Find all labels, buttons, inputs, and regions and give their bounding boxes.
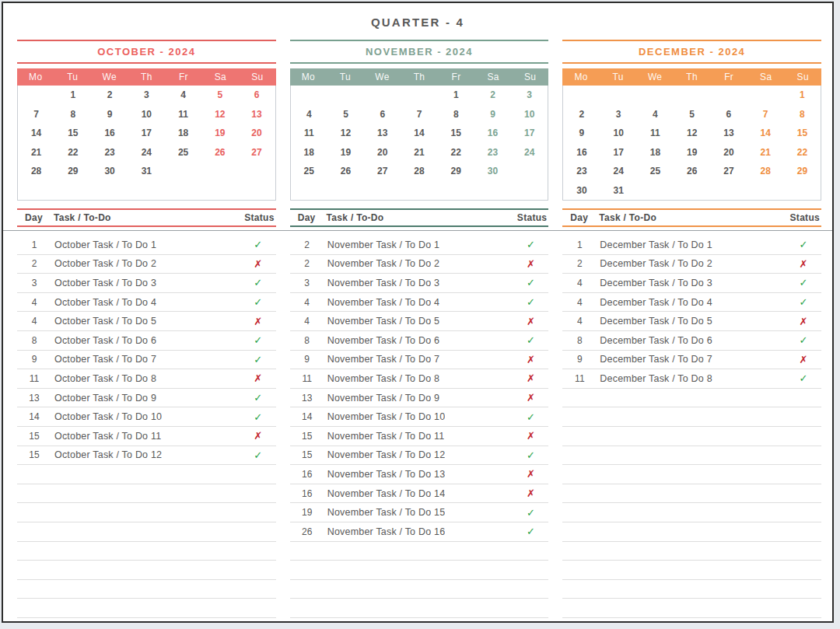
task-row: 15November Task / To Do 11✗ [290, 427, 549, 446]
task-day: 14 [23, 411, 45, 422]
task-day: 8 [296, 335, 318, 346]
date-cell: 18 [165, 124, 201, 143]
check-icon: ✓ [786, 296, 821, 308]
date-cell [165, 162, 201, 181]
date-cell [710, 86, 747, 105]
date-cell: 5 [674, 105, 710, 124]
cross-icon: ✗ [786, 354, 821, 365]
task-day: 13 [296, 393, 318, 404]
task-day: 11 [296, 373, 318, 384]
task-text: December Task / To Do 6 [600, 335, 712, 346]
check-icon: ✓ [240, 277, 276, 288]
month-section-october: OCTOBER - 2024MoTuWeThFrSaSu123456789101… [17, 40, 276, 618]
task-header-status: Status [244, 212, 274, 223]
task-row: 8November Task / To Do 6✓ [290, 331, 549, 351]
weekday-cell: We [636, 68, 674, 86]
date-cell: 2 [474, 86, 511, 105]
date-cell: 22 [54, 143, 91, 162]
task-text: December Task / To Do 7 [600, 354, 712, 365]
task-row-empty [562, 522, 821, 542]
task-row-empty [290, 561, 549, 580]
date-cell: 12 [327, 124, 364, 143]
task-header-status: Status [517, 212, 547, 223]
task-day: 4 [569, 316, 590, 327]
check-icon: ✓ [786, 372, 821, 384]
date-cell: 7 [401, 105, 437, 124]
task-day: 15 [296, 449, 318, 460]
date-cell: 18 [637, 143, 674, 162]
task-day: 11 [569, 373, 590, 384]
date-cell: 31 [600, 181, 637, 201]
date-cell [327, 86, 364, 105]
task-row-empty [290, 599, 549, 618]
date-cell: 21 [18, 143, 54, 162]
cross-icon: ✗ [240, 258, 276, 270]
task-text: October Task / To Do 4 [54, 297, 156, 308]
cross-icon: ✗ [240, 372, 276, 384]
weekday-cell: Fr [165, 68, 202, 86]
date-cell [637, 86, 674, 105]
date-cell: 13 [710, 124, 747, 143]
task-day: 4 [23, 316, 45, 327]
task-day: 2 [296, 258, 318, 269]
check-icon: ✓ [786, 239, 821, 250]
task-row: 1December Task / To Do 1✓ [562, 236, 821, 255]
date-cell: 17 [600, 143, 637, 162]
task-row: 15November Task / To Do 12✓ [290, 446, 549, 466]
task-text: November Task / To Do 16 [327, 526, 446, 537]
date-cell: 11 [165, 105, 201, 124]
date-cell: 12 [674, 124, 710, 143]
task-text: December Task / To Do 5 [600, 316, 712, 327]
date-cell [91, 181, 128, 201]
task-header-day: Day [570, 212, 588, 223]
cross-icon: ✗ [513, 372, 548, 384]
task-day: 1 [569, 239, 590, 250]
task-row-empty [17, 542, 276, 561]
weekday-cell: Th [674, 68, 711, 86]
task-text: November Task / To Do 2 [327, 258, 439, 269]
date-cell: 20 [710, 143, 747, 162]
task-header-task: Task / To-Do [599, 212, 656, 223]
check-icon: ✓ [786, 334, 821, 346]
check-icon: ✓ [513, 296, 548, 308]
page-title: QUARTER - 4 [3, 3, 832, 29]
date-cell: 9 [91, 105, 128, 124]
date-cell: 3 [128, 86, 165, 105]
date-cell: 25 [165, 143, 201, 162]
date-cell: 20 [364, 143, 401, 162]
task-header-day: Day [25, 212, 43, 223]
date-cell [511, 162, 548, 181]
weekday-cell: Fr [438, 68, 475, 86]
task-list: 2November Task / To Do 1✓2November Task … [290, 236, 549, 618]
check-icon: ✓ [786, 277, 821, 288]
date-cell [327, 181, 364, 201]
date-cell: 24 [128, 143, 165, 162]
task-day: 4 [569, 297, 590, 308]
date-cell [128, 181, 165, 201]
task-header-day: Day [298, 212, 316, 223]
date-cell: 23 [474, 143, 511, 162]
weekday-cell: Th [401, 68, 438, 86]
date-cell [674, 86, 710, 105]
date-cell: 14 [18, 124, 54, 143]
task-text: November Task / To Do 10 [327, 411, 446, 422]
task-day: 3 [296, 278, 318, 288]
date-cell: 14 [747, 124, 784, 143]
date-cell: 4 [637, 105, 674, 124]
weekday-cell: Mo [290, 68, 327, 86]
task-text: November Task / To Do 11 [327, 431, 445, 442]
date-cell: 11 [637, 124, 674, 143]
weekday-cell: Sa [747, 68, 785, 86]
date-cell: 30 [563, 181, 600, 201]
month-section-december: DECEMBER - 2024MoTuWeThFrSaSu12345678910… [562, 40, 821, 618]
cross-icon: ✗ [513, 468, 548, 480]
weekday-cell: Mo [562, 68, 600, 86]
task-text: December Task / To Do 3 [600, 278, 712, 288]
date-cell: 25 [291, 162, 327, 181]
date-cell: 13 [364, 124, 401, 143]
task-header-status: Status [790, 212, 820, 223]
task-list: 1October Task / To Do 1✓2October Task / … [17, 236, 276, 618]
task-list: 1December Task / To Do 1✓2December Task … [562, 236, 821, 618]
task-day: 2 [569, 258, 590, 269]
month-section-november: NOVEMBER - 2024MoTuWeThFrSaSu12345678910… [290, 40, 549, 618]
